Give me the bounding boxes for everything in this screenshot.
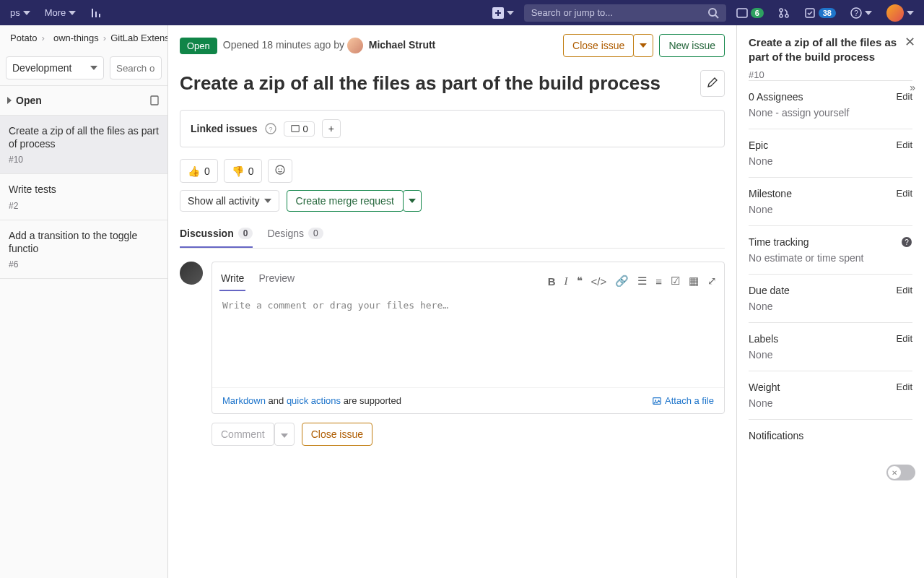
list-section-open[interactable]: Open <box>0 85 167 116</box>
attach-file-button[interactable]: Attach a file <box>652 395 714 406</box>
new-issue-button[interactable]: New issue <box>659 34 725 57</box>
plus-dropdown[interactable] <box>488 4 518 22</box>
fullscreen-icon[interactable]: ⤢ <box>707 275 717 288</box>
issue-card[interactable]: Add a transition to the toggle functio #… <box>0 220 167 279</box>
close-issue-dropdown[interactable] <box>633 34 653 57</box>
tab-discussion[interactable]: Discussion0 <box>180 220 253 248</box>
issues-shortcut[interactable]: 6 <box>732 4 768 22</box>
edit-epic[interactable]: Edit <box>897 139 912 150</box>
add-linked-issue-button[interactable]: + <box>322 119 341 138</box>
edit-due-date[interactable]: Edit <box>897 285 912 296</box>
epic-label: Epic <box>749 139 768 151</box>
create-merge-request-button[interactable]: Create merge request <box>287 190 404 212</box>
close-issue-button[interactable]: Close issue <box>563 34 634 57</box>
issue-card-number: #2 <box>9 201 159 211</box>
issue-filter-input[interactable] <box>110 56 162 79</box>
comment-dropdown <box>274 423 295 446</box>
bullet-list-icon[interactable]: ☰ <box>637 275 647 288</box>
comment-textarea[interactable] <box>212 291 724 385</box>
close-icon[interactable]: ✕ <box>905 34 915 50</box>
crumb-project[interactable]: GitLab Extensio <box>110 33 167 43</box>
quote-icon[interactable]: ❝ <box>577 275 583 288</box>
discussion-tabs: Discussion0 Designs0 <box>180 220 725 249</box>
link-icon[interactable]: 🔗 <box>615 275 629 288</box>
global-search[interactable] <box>524 4 726 22</box>
svg-point-5 <box>785 14 788 17</box>
issue-detail: Open Opened 18 minutes ago by Michael St… <box>168 25 736 578</box>
issue-card-number: #10 <box>9 155 159 165</box>
user-menu[interactable] <box>882 1 918 25</box>
sidebar-issue-id: #10 <box>749 69 912 80</box>
chevron-right-icon[interactable]: » <box>910 82 915 93</box>
epic-value: None <box>749 155 912 167</box>
merge-requests-shortcut[interactable] <box>774 4 794 22</box>
svg-point-1 <box>709 9 716 16</box>
markdown-link[interactable]: Markdown <box>222 395 266 406</box>
weight-label: Weight <box>749 381 780 393</box>
quick-actions-link[interactable]: quick actions <box>287 395 341 406</box>
issue-card[interactable]: Write tests #2 <box>0 174 167 220</box>
search-input[interactable] <box>531 7 707 18</box>
task-list-icon[interactable]: ☑ <box>671 275 680 288</box>
numbered-list-icon[interactable]: ≡ <box>655 275 662 288</box>
edit-labels[interactable]: Edit <box>897 333 912 344</box>
milestone-label: Milestone <box>749 188 792 199</box>
nav-item-more[interactable]: More <box>40 4 81 21</box>
svg-rect-9 <box>151 96 158 105</box>
add-reaction-button[interactable] <box>268 159 292 183</box>
editor-help-text: Markdown and quick actions are supported <box>222 395 401 406</box>
svg-text:?: ? <box>269 126 272 133</box>
status-badge: Open <box>180 38 217 54</box>
help-icon[interactable]: ? <box>901 236 912 248</box>
avatar <box>886 4 904 22</box>
help-dropdown[interactable]: ? <box>846 4 876 22</box>
todos-shortcut[interactable]: 38 <box>800 4 840 22</box>
thumbs-up-button[interactable]: 👍 0 <box>180 159 218 183</box>
thumbs-down-button[interactable]: 👎 0 <box>224 159 262 183</box>
svg-rect-12 <box>291 126 299 132</box>
create-mr-dropdown[interactable] <box>403 190 422 212</box>
svg-point-4 <box>780 14 783 17</box>
crumb-group[interactable]: Potato <box>10 33 38 43</box>
edit-title-button[interactable] <box>700 70 725 97</box>
analytics-icon[interactable] <box>86 4 106 22</box>
milestone-value: None <box>749 204 912 215</box>
italic-icon[interactable]: I <box>565 275 568 288</box>
editor-tab-preview[interactable]: Preview <box>257 267 296 291</box>
issue-card-title: Add a transition to the toggle functio <box>9 229 159 255</box>
board-select[interactable]: Development <box>6 56 104 79</box>
avatar <box>347 38 363 53</box>
linked-issues-section: Linked issues ? 0 + <box>180 110 725 147</box>
issue-card[interactable]: Create a zip of all the files as part of… <box>0 116 167 174</box>
svg-point-15 <box>281 168 282 170</box>
close-issue-button-bottom[interactable]: Close issue <box>302 423 372 446</box>
assignees-value[interactable]: None - assign yourself <box>749 107 912 118</box>
crumb-subgroup[interactable]: own-things <box>53 33 99 43</box>
activity-filter-dropdown[interactable]: Show all activity <box>180 190 279 212</box>
nav-item-ps[interactable]: ps <box>6 4 35 21</box>
svg-text:?: ? <box>854 9 858 17</box>
issue-title: Create a zip of all the files as part of… <box>180 72 661 96</box>
edit-milestone[interactable]: Edit <box>897 188 912 199</box>
notifications-label: Notifications <box>749 430 803 441</box>
weight-value: None <box>749 397 912 409</box>
issue-card-title: Write tests <box>9 183 159 196</box>
top-navbar: ps More 6 38 ? <box>0 0 924 25</box>
clipboard-icon[interactable] <box>149 95 160 106</box>
edit-weight[interactable]: Edit <box>897 381 912 392</box>
search-icon <box>707 7 719 19</box>
bold-icon[interactable]: B <box>548 275 556 288</box>
code-icon[interactable]: </> <box>591 275 607 288</box>
help-icon[interactable]: ? <box>265 123 276 134</box>
tab-designs[interactable]: Designs0 <box>267 220 323 248</box>
notifications-toggle[interactable]: ✕ <box>886 465 915 480</box>
svg-point-14 <box>278 168 279 170</box>
author-link[interactable]: Michael Strutt <box>369 39 436 51</box>
table-icon[interactable]: ▦ <box>689 275 699 288</box>
avatar <box>180 262 203 285</box>
issue-sidebar: ✕ Create a zip of all the files as part … <box>736 25 924 578</box>
due-date-label: Due date <box>749 285 790 296</box>
smile-icon <box>274 164 286 176</box>
editor-tab-write[interactable]: Write <box>219 267 245 291</box>
assignees-label: 0 Assignees <box>749 91 803 103</box>
